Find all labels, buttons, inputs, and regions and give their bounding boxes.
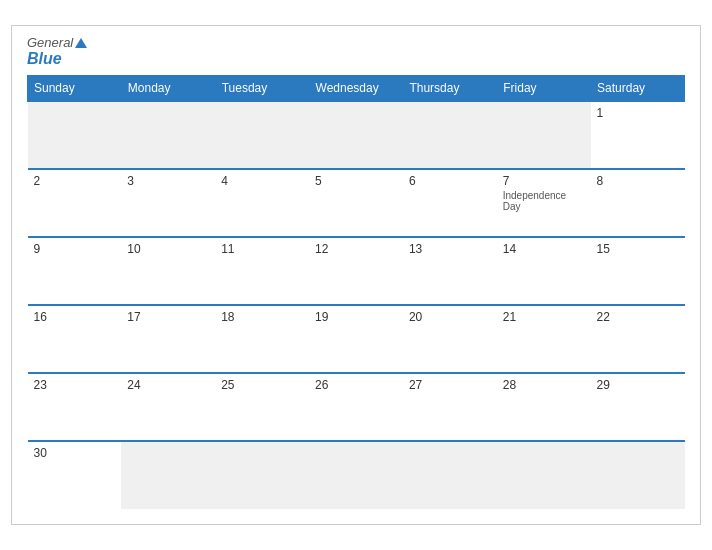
calendar-cell: 5 bbox=[309, 169, 403, 237]
calendar-cell: 30 bbox=[28, 441, 122, 509]
day-number: 13 bbox=[409, 242, 491, 256]
calendar-cell: 7Independence Day bbox=[497, 169, 591, 237]
calendar-cell: 1 bbox=[591, 101, 685, 169]
day-number: 29 bbox=[597, 378, 679, 392]
weekday-header-saturday: Saturday bbox=[591, 76, 685, 102]
day-number: 1 bbox=[597, 106, 679, 120]
calendar-cell bbox=[403, 101, 497, 169]
weekday-header-sunday: Sunday bbox=[28, 76, 122, 102]
calendar-cell bbox=[121, 101, 215, 169]
weekday-header-thursday: Thursday bbox=[403, 76, 497, 102]
calendar-cell: 17 bbox=[121, 305, 215, 373]
day-number: 11 bbox=[221, 242, 303, 256]
calendar-cell: 4 bbox=[215, 169, 309, 237]
day-number: 24 bbox=[127, 378, 209, 392]
calendar-cell bbox=[215, 441, 309, 509]
calendar-cell: 29 bbox=[591, 373, 685, 441]
day-number: 4 bbox=[221, 174, 303, 188]
day-number: 30 bbox=[34, 446, 116, 460]
day-number: 5 bbox=[315, 174, 397, 188]
calendar-cell bbox=[403, 441, 497, 509]
calendar-cell: 28 bbox=[497, 373, 591, 441]
calendar-row-1: 234567Independence Day8 bbox=[28, 169, 685, 237]
weekday-header-friday: Friday bbox=[497, 76, 591, 102]
day-number: 19 bbox=[315, 310, 397, 324]
day-number: 6 bbox=[409, 174, 491, 188]
logo: General Blue bbox=[27, 36, 87, 68]
day-number: 2 bbox=[34, 174, 116, 188]
day-number: 10 bbox=[127, 242, 209, 256]
day-number: 9 bbox=[34, 242, 116, 256]
logo-blue-text: Blue bbox=[27, 50, 62, 68]
calendar-cell bbox=[28, 101, 122, 169]
weekday-header-row: SundayMondayTuesdayWednesdayThursdayFrid… bbox=[28, 76, 685, 102]
calendar-cell: 14 bbox=[497, 237, 591, 305]
calendar-row-5: 30 bbox=[28, 441, 685, 509]
calendar-tbody: 1234567Independence Day89101112131415161… bbox=[28, 101, 685, 509]
day-number: 8 bbox=[597, 174, 679, 188]
calendar-cell: 24 bbox=[121, 373, 215, 441]
day-number: 20 bbox=[409, 310, 491, 324]
calendar-cell bbox=[497, 101, 591, 169]
calendar-row-2: 9101112131415 bbox=[28, 237, 685, 305]
day-number: 27 bbox=[409, 378, 491, 392]
day-number: 3 bbox=[127, 174, 209, 188]
weekday-header-monday: Monday bbox=[121, 76, 215, 102]
calendar-cell bbox=[215, 101, 309, 169]
calendar-cell: 23 bbox=[28, 373, 122, 441]
calendar-table: SundayMondayTuesdayWednesdayThursdayFrid… bbox=[27, 75, 685, 509]
day-number: 16 bbox=[34, 310, 116, 324]
calendar-row-0: 1 bbox=[28, 101, 685, 169]
calendar-cell bbox=[309, 101, 403, 169]
day-number: 12 bbox=[315, 242, 397, 256]
calendar-cell: 3 bbox=[121, 169, 215, 237]
weekday-header-wednesday: Wednesday bbox=[309, 76, 403, 102]
calendar-cell bbox=[309, 441, 403, 509]
day-number: 14 bbox=[503, 242, 585, 256]
calendar-cell: 6 bbox=[403, 169, 497, 237]
day-number: 22 bbox=[597, 310, 679, 324]
logo-general-text: General bbox=[27, 36, 87, 50]
calendar: General Blue SundayMondayTuesdayWednesda… bbox=[11, 25, 701, 526]
day-number: 15 bbox=[597, 242, 679, 256]
calendar-cell: 18 bbox=[215, 305, 309, 373]
calendar-cell: 8 bbox=[591, 169, 685, 237]
calendar-cell: 11 bbox=[215, 237, 309, 305]
calendar-cell: 22 bbox=[591, 305, 685, 373]
calendar-cell: 21 bbox=[497, 305, 591, 373]
calendar-cell: 16 bbox=[28, 305, 122, 373]
day-event: Independence Day bbox=[503, 190, 585, 212]
day-number: 18 bbox=[221, 310, 303, 324]
calendar-cell bbox=[591, 441, 685, 509]
calendar-cell: 13 bbox=[403, 237, 497, 305]
calendar-header: General Blue bbox=[27, 36, 685, 68]
calendar-cell: 15 bbox=[591, 237, 685, 305]
calendar-cell: 27 bbox=[403, 373, 497, 441]
calendar-cell: 10 bbox=[121, 237, 215, 305]
logo-triangle-icon bbox=[75, 38, 87, 48]
calendar-cell bbox=[497, 441, 591, 509]
calendar-cell: 26 bbox=[309, 373, 403, 441]
calendar-cell: 9 bbox=[28, 237, 122, 305]
calendar-cell: 25 bbox=[215, 373, 309, 441]
day-number: 7 bbox=[503, 174, 585, 188]
day-number: 26 bbox=[315, 378, 397, 392]
day-number: 28 bbox=[503, 378, 585, 392]
weekday-header-tuesday: Tuesday bbox=[215, 76, 309, 102]
day-number: 23 bbox=[34, 378, 116, 392]
day-number: 25 bbox=[221, 378, 303, 392]
calendar-row-4: 23242526272829 bbox=[28, 373, 685, 441]
day-number: 17 bbox=[127, 310, 209, 324]
calendar-cell: 12 bbox=[309, 237, 403, 305]
calendar-thead: SundayMondayTuesdayWednesdayThursdayFrid… bbox=[28, 76, 685, 102]
calendar-cell: 19 bbox=[309, 305, 403, 373]
calendar-cell: 20 bbox=[403, 305, 497, 373]
day-number: 21 bbox=[503, 310, 585, 324]
calendar-cell: 2 bbox=[28, 169, 122, 237]
calendar-cell bbox=[121, 441, 215, 509]
calendar-row-3: 16171819202122 bbox=[28, 305, 685, 373]
